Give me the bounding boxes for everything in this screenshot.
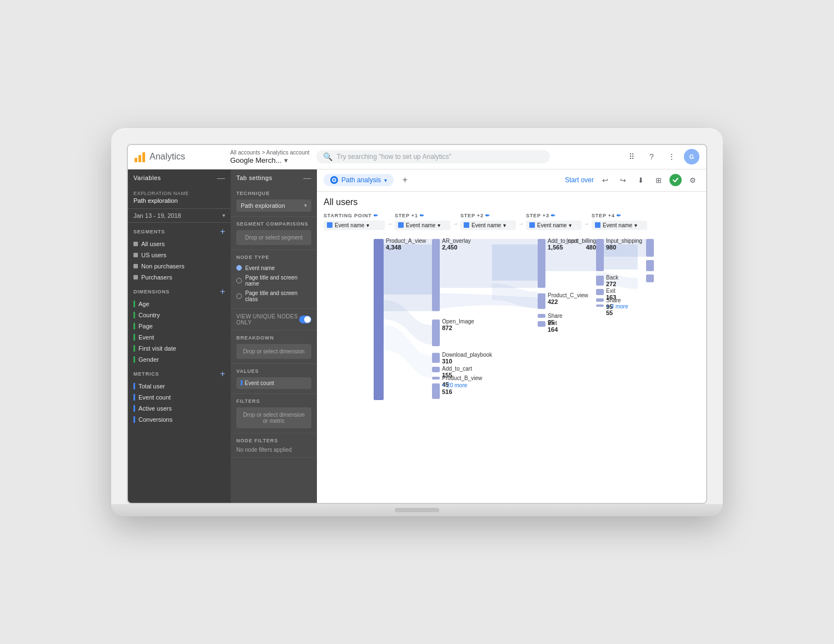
laptop-frame: Analytics All accounts > Analytics accou… xyxy=(111,128,723,516)
search-bar[interactable]: 🔍 Try searching "how to set up Analytics… xyxy=(316,150,550,163)
avatar-btn[interactable]: G xyxy=(684,149,699,164)
node-type-page-class[interactable]: Page title and screen class xyxy=(236,288,311,304)
grid-icon-btn[interactable]: ⠿ xyxy=(624,149,639,164)
segment-dot xyxy=(133,275,138,279)
metric-conversions[interactable]: Conversions xyxy=(128,414,231,425)
technique-value: Path exploration xyxy=(241,202,285,209)
dim-bar xyxy=(133,345,135,352)
settings-icon-btn[interactable]: ⚙ xyxy=(686,173,699,187)
technique-dropdown[interactable]: Path exploration ▾ xyxy=(236,199,311,212)
node-label-download[interactable]: Download_playbook 310 xyxy=(442,352,492,365)
dim-first-visit[interactable]: First visit date xyxy=(128,343,231,354)
add-tab-btn[interactable]: + xyxy=(398,173,411,187)
breakdown-drop[interactable]: Drop or select dimension xyxy=(236,344,311,359)
path-icon xyxy=(330,176,338,184)
dim-bar xyxy=(133,323,135,330)
add-metric-btn[interactable]: + xyxy=(220,370,225,378)
segment-non-purchasers[interactable]: Non purchasers xyxy=(128,261,231,272)
node-label-exit2[interactable]: Exit 164 xyxy=(548,320,558,333)
filter-drop[interactable]: Drop or select dimension or metric xyxy=(236,407,311,428)
search-placeholder: Try searching "how to set up Analytics" xyxy=(337,153,451,161)
redo-btn[interactable]: ↪ xyxy=(616,173,629,187)
breakdown-section: BREAKDOWN Drop or select dimension xyxy=(231,331,317,364)
check-circle-btn[interactable] xyxy=(669,174,682,186)
dim-country[interactable]: Country xyxy=(128,309,231,321)
view-unique-section: VIEW UNIQUE NODES ONLY xyxy=(231,309,317,331)
metric-total-user[interactable]: Total user xyxy=(128,381,231,392)
dim-gender[interactable]: Gender xyxy=(128,354,231,365)
no-filters-text: No node filters applied xyxy=(236,447,311,453)
node-type-page-title[interactable]: Page title and screen name xyxy=(236,273,311,288)
radio-unselected xyxy=(236,293,242,299)
event-selector-1[interactable]: Event name ▾ xyxy=(395,221,450,230)
node-label-openimage[interactable]: Open_Image 872 xyxy=(442,318,474,331)
segment-comparisons-title: SEGMENT COMPARISONS xyxy=(236,221,311,227)
node-label-more3[interactable]: + 3 more 55 xyxy=(606,303,628,316)
event-selector-4[interactable]: Event name ▾ xyxy=(592,221,647,230)
node-label-productc[interactable]: Product_C_view 422 xyxy=(548,292,588,305)
segment-comparison-drop[interactable]: Drop or select segment xyxy=(236,230,311,245)
sankey-labels-layer: Product_A_view 4,348 AR_overlay 2,450 Op… xyxy=(324,233,668,445)
event-selector-3[interactable]: Event name ▾ xyxy=(526,221,582,230)
node-label-inputbilling[interactable]: Input_billing 480 xyxy=(550,238,596,251)
segment-us-users[interactable]: US users xyxy=(128,249,231,261)
node-label-more1[interactable]: + 20 more 516 xyxy=(442,382,467,395)
breakdown-placeholder: Drop or select dimension xyxy=(243,348,305,355)
logo-area: Analytics xyxy=(135,151,224,162)
node-label-back3[interactable]: Back 272 xyxy=(606,274,618,287)
segment-all-users[interactable]: All users xyxy=(128,238,231,249)
technique-section: TECHNIQUE Path exploration ▾ xyxy=(231,186,317,217)
breadcrumb-top: All accounts > Analytics account xyxy=(230,149,310,156)
dim-page[interactable]: Page xyxy=(128,321,231,332)
segment-comparisons-section: SEGMENT COMPARISONS Drop or select segme… xyxy=(231,217,317,250)
metric-event-count[interactable]: Event count xyxy=(128,392,231,403)
sankey-chart: Product_A_view 4,348 AR_overlay 2,450 Op… xyxy=(324,233,699,445)
variables-minimize-btn[interactable]: — xyxy=(217,174,226,182)
step2-col: STEP +2 ✏ Event name ▾ xyxy=(460,213,516,230)
arrow-2: → xyxy=(450,221,460,230)
dim-age[interactable]: Age xyxy=(128,298,231,309)
path-analysis-btn[interactable]: Path analysis ▾ xyxy=(324,174,394,186)
technique-chevron-icon: ▾ xyxy=(304,202,307,208)
node-type-event-name[interactable]: Event name xyxy=(236,263,311,273)
node-label-inputshipping[interactable]: Input_shipping 980 xyxy=(606,238,642,251)
view-unique-row: VIEW UNIQUE NODES ONLY xyxy=(236,313,311,326)
undo-btn[interactable]: ↩ xyxy=(598,173,612,187)
svg-point-1 xyxy=(334,179,335,181)
date-range[interactable]: Jan 13 - 19, 2018 ▾ xyxy=(128,209,231,223)
steps-header: STARTING POINT ✏ Event name ▾ → STEP +1 … xyxy=(324,213,699,230)
add-dimension-btn[interactable]: + xyxy=(220,287,225,296)
app-name: Analytics xyxy=(150,152,185,162)
metric-active-users[interactable]: Active users xyxy=(128,403,231,414)
share-btn[interactable]: ⊞ xyxy=(652,173,665,187)
segments-title: SEGMENTS xyxy=(133,229,165,234)
node-type-section: NODE TYPE Event name Page title and scre… xyxy=(231,250,317,309)
node-label-start[interactable]: Product_A_view 4,348 xyxy=(386,238,426,251)
filters-title: FILTERS xyxy=(236,398,311,404)
laptop-base xyxy=(111,504,723,516)
values-section: VALUES Event count xyxy=(231,364,317,394)
view-unique-toggle[interactable] xyxy=(299,316,311,323)
segment-dot xyxy=(133,253,138,257)
help-icon-btn[interactable]: ? xyxy=(644,149,659,164)
top-bar-actions: ⠿ ? ⋮ G xyxy=(624,149,699,164)
exploration-label: Exploration name xyxy=(133,191,225,196)
start-over-btn[interactable]: Start over xyxy=(565,176,594,184)
segment-purchasers[interactable]: Purchasers xyxy=(128,272,231,283)
dim-event[interactable]: Event xyxy=(128,332,231,343)
metric-bar xyxy=(133,394,135,401)
arrow-4: → xyxy=(582,221,592,230)
node-label-ar[interactable]: AR_overlay 2,450 xyxy=(442,238,471,251)
add-segment-btn[interactable]: + xyxy=(220,227,225,236)
more-icon-btn[interactable]: ⋮ xyxy=(664,149,679,164)
filters-section: FILTERS Drop or select dimension or metr… xyxy=(231,394,317,433)
tab-settings-minimize-btn[interactable]: — xyxy=(304,174,312,182)
metric-bar xyxy=(133,383,135,390)
ga-bar-2 xyxy=(138,155,141,162)
event-selector-start[interactable]: Event name ▾ xyxy=(324,221,385,230)
values-title: VALUES xyxy=(236,368,311,374)
step3-col: STEP +3 ✏ Event name ▾ xyxy=(526,213,582,230)
event-selector-2[interactable]: Event name ▾ xyxy=(460,221,516,230)
download-btn[interactable]: ⬇ xyxy=(634,173,647,187)
segments-section-label: SEGMENTS + xyxy=(128,223,231,238)
